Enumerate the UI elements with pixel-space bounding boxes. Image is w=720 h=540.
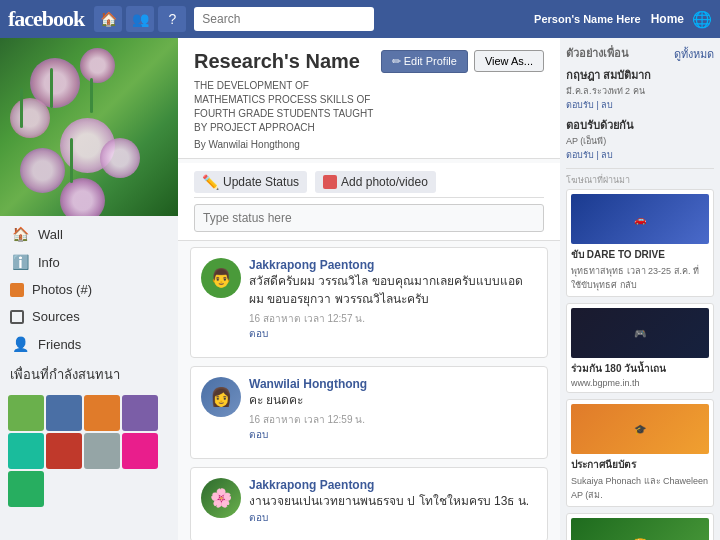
top-navigation: facebook 🏠 👥 ? Person's Name Here Home 🌐 — [0, 0, 720, 38]
ad-3-title: ประกาศนียบัตร — [571, 457, 709, 472]
profile-name: Research's Name — [194, 50, 381, 73]
post-1-text: สวัสดีครับผม วรรณวิไล ขอบคุณมากเลยครับแบ… — [249, 272, 537, 308]
ad-4-image: 🏆 — [571, 518, 709, 540]
sidebar-item-photos[interactable]: Photos (#) — [0, 276, 178, 303]
nav-icon-group: 🏠 👥 ? — [94, 6, 186, 32]
sources-icon — [10, 310, 24, 324]
suggest-person-1-name: กฤษฎา สมบัติมาก — [566, 66, 714, 84]
post-2-name[interactable]: Wanwilai Hongthong — [249, 377, 367, 391]
update-status-tab[interactable]: ✏️ Update Status — [194, 171, 307, 193]
post-2-time: 16 สอาหาต เวลา 12:59 น. — [249, 412, 367, 427]
facebook-logo: facebook — [8, 6, 84, 32]
friend-thumb-7[interactable] — [84, 433, 120, 469]
person-name: Person's Name Here — [534, 13, 641, 25]
add-photo-tab[interactable]: Add photo/video — [315, 171, 436, 193]
photo-icon — [323, 175, 337, 189]
info-icon: ℹ️ — [10, 254, 30, 270]
post-2-content: Wanwilai Hongthong คะ ยนดคะ 16 สอาหาต เว… — [249, 377, 367, 442]
sidebar-nav: 🏠 Wall ℹ️ Info Photos (#) Sources 👤 Frie… — [0, 216, 178, 515]
question-icon[interactable]: ? — [158, 6, 186, 32]
profile-info: Research's Name THE DEVELOPMENT OF MATHE… — [194, 50, 381, 150]
post-2-avatar: 👩 — [201, 377, 241, 417]
right-sidebar: ตัวอย่างเพื่อน ดูทั้งหมด กฤษฎา สมบัติมาก… — [560, 38, 720, 540]
friend-thumb-8[interactable] — [122, 433, 158, 469]
profile-by: By Wanwilai Hongthong — [194, 139, 381, 150]
sidebar-item-sources-label: Sources — [32, 309, 80, 324]
status-area: ✏️ Update Status Add photo/video — [178, 163, 560, 241]
friends-grid — [0, 391, 178, 511]
sidebar-item-info-label: Info — [38, 255, 60, 270]
activity-label: เพื่อนที่กำลังสนทนา — [0, 358, 178, 391]
wall-icon: 🏠 — [10, 226, 30, 242]
post-3-avatar: 🌸 — [201, 478, 241, 518]
friend-thumb-5[interactable] — [8, 433, 44, 469]
suggest-person-2-detail: AP (เอ็นพี) — [566, 134, 714, 148]
search-input[interactable] — [194, 7, 374, 31]
ad-2-title: ร่วมกัน 180 วันน้ำเถน — [571, 361, 709, 376]
profile-image — [0, 38, 178, 216]
feed-post-1: 👨 Jakkrapong Paentong สวัสดีครับผม วรรณว… — [190, 247, 548, 358]
ad-1-title: ขับ DARE TO DRIVE — [571, 247, 709, 262]
suggest-all-link[interactable]: ดูทั้งหมด — [674, 45, 714, 63]
globe-icon[interactable]: 🌐 — [692, 10, 712, 29]
status-input[interactable] — [194, 204, 544, 232]
post-2-action[interactable]: ตอบ — [249, 427, 367, 442]
feed: 👨 Jakkrapong Paentong สวัสดีครับผม วรรณว… — [178, 241, 560, 540]
friend-thumb-6[interactable] — [46, 433, 82, 469]
friend-thumb-1[interactable] — [8, 395, 44, 431]
profile-actions: ✏ Edit Profile View As... — [381, 50, 544, 73]
sidebar-item-info[interactable]: ℹ️ Info — [0, 248, 178, 276]
status-tabs: ✏️ Update Status Add photo/video — [194, 171, 544, 198]
middle-content: Research's Name THE DEVELOPMENT OF MATHE… — [178, 38, 560, 540]
edit-profile-button[interactable]: ✏ Edit Profile — [381, 50, 468, 73]
friend-thumb-9[interactable] — [8, 471, 44, 507]
ad-2[interactable]: 🎮 ร่วมกัน 180 วันน้ำเถน www.bgpme.in.th — [566, 303, 714, 393]
friend-thumb-4[interactable] — [122, 395, 158, 431]
suggest-person-1: กฤษฎา สมบัติมาก มี.ค.ล.ระวงพท่ 2 คน ตอบร… — [566, 66, 714, 112]
sidebar-item-friends[interactable]: 👤 Friends — [0, 330, 178, 358]
main-layout: 🏠 Wall ℹ️ Info Photos (#) Sources 👤 Frie… — [0, 38, 720, 540]
post-3-text: งานวจยนเปนเวทยานพนธรจบ ป โทใชใหมครบ 13ธ … — [249, 492, 529, 510]
post-1-action[interactable]: ตอบ — [249, 326, 537, 341]
post-3-name[interactable]: Jakkrapong Paentong — [249, 478, 374, 492]
post-1-time: 16 สอาหาต เวลา 12:57 น. — [249, 311, 537, 326]
suggest-person-2-name: ตอบรับด้วยกัน — [566, 116, 714, 134]
friend-thumb-3[interactable] — [84, 395, 120, 431]
home-button[interactable]: Home — [651, 12, 684, 26]
sidebar-item-sources[interactable]: Sources — [0, 303, 178, 330]
suggest-person-1-action[interactable]: ตอบรับ | ลบ — [566, 98, 714, 112]
suggest-person-1-detail: มี.ค.ล.ระวงพท่ 2 คน — [566, 84, 714, 98]
left-sidebar: 🏠 Wall ℹ️ Info Photos (#) Sources 👤 Frie… — [0, 38, 178, 540]
sponsor-title: โฆษณาที่ผ่านมา — [566, 173, 714, 187]
photos-icon — [10, 283, 24, 297]
suggest-person-2-action[interactable]: ตอบรับ | ลบ — [566, 148, 714, 162]
ad-3[interactable]: 🎓 ประกาศนียบัตร Sukaiya Phonach และ Chaw… — [566, 399, 714, 507]
ad-1[interactable]: 🚗 ขับ DARE TO DRIVE พุทธทาสพุทธ เวลา 23-… — [566, 189, 714, 297]
ad-1-image: 🚗 — [571, 194, 709, 244]
friend-thumb-2[interactable] — [46, 395, 82, 431]
friends-icon[interactable]: 👥 — [126, 6, 154, 32]
post-2-header: 👩 Wanwilai Hongthong คะ ยนดคะ 16 สอาหาต … — [201, 377, 537, 442]
post-3-action[interactable]: ตอบ — [249, 510, 529, 525]
suggest-title: ตัวอย่างเพื่อน — [566, 44, 629, 62]
post-1-avatar: 👨 — [201, 258, 241, 298]
sidebar-item-friends-label: Friends — [38, 337, 81, 352]
sidebar-divider-1 — [566, 168, 714, 169]
post-2-text: คะ ยนดคะ — [249, 391, 367, 409]
post-3-header: 🌸 Jakkrapong Paentong งานวจยนเปนเวทยานพน… — [201, 478, 537, 525]
post-1-name[interactable]: Jakkrapong Paentong — [249, 258, 374, 272]
profile-description: THE DEVELOPMENT OF MATHEMATICS PROCESS S… — [194, 79, 381, 135]
home-icon[interactable]: 🏠 — [94, 6, 122, 32]
friends-nav-icon: 👤 — [10, 336, 30, 352]
ad-4[interactable]: 🏆 ประกาศนียบัตรสถาบันวิ gscin.c — [566, 513, 714, 540]
view-as-button[interactable]: View As... — [474, 50, 544, 72]
profile-top-row: Research's Name THE DEVELOPMENT OF MATHE… — [194, 50, 544, 150]
update-status-label: Update Status — [223, 175, 299, 189]
suggest-section: ตัวอย่างเพื่อน ดูทั้งหมด กฤษฎา สมบัติมาก… — [566, 44, 714, 162]
sidebar-item-wall[interactable]: 🏠 Wall — [0, 220, 178, 248]
post-1-content: Jakkrapong Paentong สวัสดีครับผม วรรณวิไ… — [249, 258, 537, 341]
pencil-icon: ✏️ — [202, 174, 219, 190]
ad-1-text: พุทธทาสพุทธ เวลา 23-25 ส.ค. ที่ใช้ขับพุท… — [571, 264, 709, 292]
post-3-content: Jakkrapong Paentong งานวจยนเปนเวทยานพนธร… — [249, 478, 529, 525]
suggest-person-2: ตอบรับด้วยกัน AP (เอ็นพี) ตอบรับ | ลบ — [566, 116, 714, 162]
